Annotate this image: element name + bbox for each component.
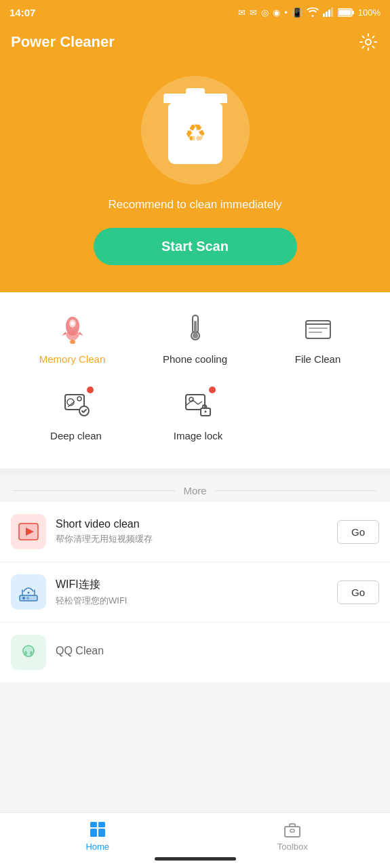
list-item-wifi[interactable]: WIFI连接 轻松管理您的WIFI Go bbox=[0, 562, 390, 623]
nav-toolbox[interactable]: Toolbox bbox=[258, 820, 326, 852]
recommend-text: Recommend to clean immediately bbox=[108, 198, 281, 212]
trash-lid bbox=[163, 94, 227, 103]
image-lock-icon bbox=[179, 385, 217, 423]
short-video-icon bbox=[11, 514, 46, 549]
file-clean-icon bbox=[299, 309, 337, 347]
more-section: More Short video clean 帮你清理无用短视频缓存 Go bbox=[0, 474, 390, 694]
list-item-short-video[interactable]: Short video clean 帮你清理无用短视频缓存 Go bbox=[0, 502, 390, 562]
more-line-right bbox=[215, 490, 376, 491]
app-header: Power Cleaner bbox=[0, 24, 390, 62]
qq-icon bbox=[11, 635, 46, 670]
wifi-title: WIFI连接 bbox=[56, 578, 337, 592]
settings-button[interactable] bbox=[357, 31, 379, 53]
nav-home[interactable]: Home bbox=[64, 820, 132, 852]
wifi-text: WIFI连接 轻松管理您的WIFI bbox=[56, 578, 337, 607]
svg-rect-44 bbox=[98, 829, 105, 837]
feature-file-clean[interactable]: File Clean bbox=[277, 309, 359, 365]
wifi-subtitle: 轻松管理您的WIFI bbox=[56, 595, 337, 607]
feature-deep-clean[interactable]: Deep clean bbox=[22, 385, 130, 441]
section-divider bbox=[0, 469, 390, 474]
battery-percent: 100% bbox=[358, 7, 381, 18]
svg-rect-43 bbox=[90, 829, 97, 837]
feature-image-lock[interactable]: Image lock bbox=[144, 385, 252, 441]
svg-rect-2 bbox=[328, 9, 330, 17]
file-clean-label: File Clean bbox=[295, 353, 341, 365]
short-video-title: Short video clean bbox=[56, 518, 337, 530]
feature-memory-clean[interactable]: Memory Clean bbox=[32, 309, 113, 365]
svg-point-35 bbox=[22, 597, 25, 599]
features-row-2: Deep clean Image lock bbox=[11, 378, 379, 448]
wifi-icon bbox=[307, 7, 319, 17]
svg-rect-0 bbox=[323, 14, 325, 17]
trash-icon-container: ♻ bbox=[141, 76, 250, 184]
qq-title: QQ Clean bbox=[56, 645, 379, 657]
toolbox-nav-label: Toolbox bbox=[277, 842, 308, 852]
status-bar: 14:07 ✉ ✉ ◎ ◉ • 📳 bbox=[0, 0, 390, 24]
short-video-text: Short video clean 帮你清理无用短视频缓存 bbox=[56, 518, 337, 545]
app-title: Power Cleaner bbox=[11, 33, 115, 51]
short-video-subtitle: 帮你清理无用短视频缓存 bbox=[56, 533, 337, 545]
bottom-spacer bbox=[0, 694, 390, 762]
features-section: Memory Clean Phone cooling bbox=[0, 292, 390, 469]
qq-text: QQ Clean bbox=[56, 645, 379, 660]
trash-lid-handle bbox=[186, 88, 205, 94]
svg-point-14 bbox=[193, 333, 198, 338]
location-icon: ◎ bbox=[261, 7, 269, 18]
svg-rect-17 bbox=[309, 328, 328, 329]
features-row-1: Memory Clean Phone cooling bbox=[11, 309, 379, 365]
email-icon: ✉ bbox=[238, 7, 246, 18]
email-icon2: ✉ bbox=[250, 7, 257, 18]
home-nav-label: Home bbox=[85, 842, 109, 852]
status-time: 14:07 bbox=[9, 7, 35, 18]
more-divider: More bbox=[0, 485, 390, 496]
deep-clean-icon bbox=[57, 385, 95, 423]
signal-icon bbox=[323, 7, 334, 17]
svg-rect-16 bbox=[306, 323, 330, 325]
svg-rect-42 bbox=[98, 822, 105, 827]
svg-rect-5 bbox=[352, 11, 354, 14]
start-scan-button[interactable]: Start Scan bbox=[94, 228, 297, 265]
status-icons: ✉ ✉ ◎ ◉ • 📳 bbox=[238, 7, 381, 18]
svg-point-7 bbox=[366, 39, 371, 45]
short-video-go-button[interactable]: Go bbox=[337, 520, 379, 544]
svg-point-34 bbox=[28, 592, 30, 594]
svg-point-10 bbox=[71, 321, 75, 326]
svg-rect-3 bbox=[331, 7, 333, 17]
more-line-left bbox=[14, 490, 175, 491]
home-bar bbox=[155, 857, 236, 861]
feature-phone-cooling[interactable]: Phone cooling bbox=[155, 309, 236, 365]
dot-icon: • bbox=[284, 7, 288, 18]
image-lock-badge bbox=[209, 387, 216, 393]
toolbox-nav-icon bbox=[283, 820, 302, 839]
svg-rect-1 bbox=[326, 12, 328, 17]
svg-rect-15 bbox=[306, 321, 330, 338]
svg-rect-6 bbox=[338, 9, 351, 15]
paper-bottom bbox=[189, 133, 215, 155]
svg-point-39 bbox=[24, 651, 27, 655]
svg-rect-41 bbox=[90, 822, 97, 827]
deep-clean-badge bbox=[87, 387, 94, 393]
list-item-qq[interactable]: QQ Clean bbox=[0, 623, 390, 683]
more-list: Short video clean 帮你清理无用短视频缓存 Go bbox=[0, 502, 390, 683]
svg-rect-18 bbox=[309, 332, 322, 333]
vpn-icon: ◉ bbox=[273, 7, 280, 18]
svg-point-40 bbox=[30, 651, 33, 655]
phone-cooling-label: Phone cooling bbox=[163, 353, 227, 365]
home-nav-icon bbox=[88, 820, 107, 839]
image-lock-label: Image lock bbox=[174, 430, 223, 441]
home-indicator bbox=[0, 852, 390, 868]
svg-point-36 bbox=[26, 597, 29, 599]
more-label: More bbox=[175, 485, 214, 496]
deep-clean-label: Deep clean bbox=[50, 430, 102, 441]
battery-icon bbox=[338, 8, 354, 17]
phone-cooling-icon bbox=[176, 309, 214, 347]
svg-rect-13 bbox=[194, 321, 197, 334]
hero-section: ♻ Recommend to clean immediately Start S… bbox=[0, 62, 390, 292]
svg-rect-46 bbox=[290, 829, 294, 832]
wifi-list-icon bbox=[11, 574, 46, 610]
wifi-go-button[interactable]: Go bbox=[337, 580, 379, 604]
memory-clean-label: Memory Clean bbox=[39, 353, 106, 365]
vibrate-icon: 📳 bbox=[292, 7, 303, 18]
memory-clean-icon bbox=[54, 309, 92, 347]
svg-point-21 bbox=[77, 397, 81, 401]
